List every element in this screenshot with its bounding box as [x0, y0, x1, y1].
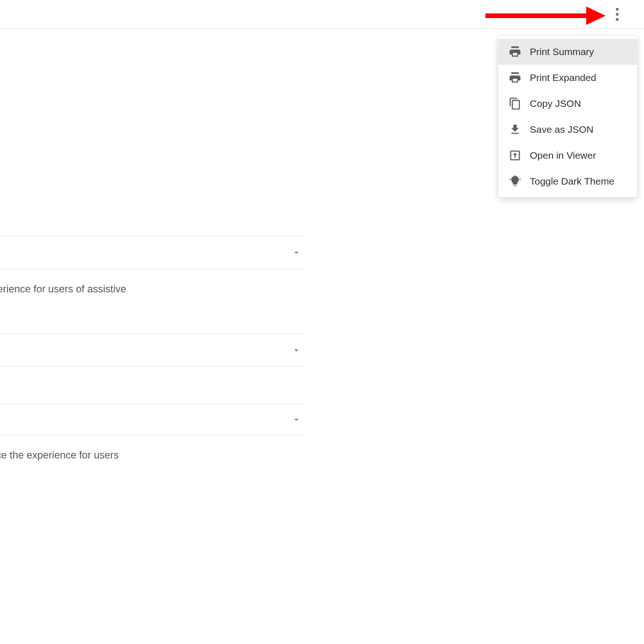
- menu-item-label: Save as JSON: [530, 124, 594, 135]
- menu-item-label: Print Expanded: [530, 72, 596, 83]
- chevron-down-icon: [291, 345, 301, 355]
- chevron-down-icon: [291, 248, 301, 258]
- print-icon: [509, 71, 521, 84]
- report-content: bility mprove the accessibility of your …: [0, 46, 305, 500]
- category-description: mprove the accessibility of your y issue…: [0, 147, 305, 194]
- menu-item-label: Print Summary: [530, 46, 594, 57]
- audit-description: our application. This may enhance the ex…: [0, 435, 305, 463]
- tools-menu: Print Summary Print Expanded Copy JSON S…: [498, 36, 637, 197]
- audit-row[interactable]: ntrast ratio.: [0, 334, 305, 367]
- menu-item-label: Toggle Dark Theme: [530, 176, 614, 187]
- bulb-icon: [509, 175, 521, 188]
- copy-icon: [509, 97, 521, 110]
- menu-item-copy-json[interactable]: Copy JSON: [498, 91, 637, 117]
- print-icon: [509, 45, 521, 58]
- more-options-button[interactable]: [609, 6, 626, 23]
- menu-item-print-expanded[interactable]: Print Expanded: [498, 65, 637, 91]
- menu-item-save-json[interactable]: Save as JSON: [498, 117, 637, 142]
- menu-item-open-viewer[interactable]: Open in Viewer: [498, 142, 637, 168]
- toolbar: [0, 0, 644, 29]
- category-heading: bility: [0, 116, 305, 139]
- audit-row[interactable]: [0, 404, 305, 435]
- menu-item-label: Open in Viewer: [530, 150, 596, 161]
- menu-item-label: Copy JSON: [530, 98, 581, 109]
- menu-item-toggle-dark[interactable]: Toggle Dark Theme: [498, 168, 637, 194]
- download-icon: [509, 123, 521, 136]
- menu-item-print-summary[interactable]: Print Summary: [498, 39, 637, 65]
- chevron-down-icon: [291, 415, 301, 425]
- audit-description: tion which may enhance the experience fo…: [0, 269, 305, 297]
- open-viewer-icon: [509, 149, 521, 162]
- audit-row[interactable]: its: [0, 236, 305, 269]
